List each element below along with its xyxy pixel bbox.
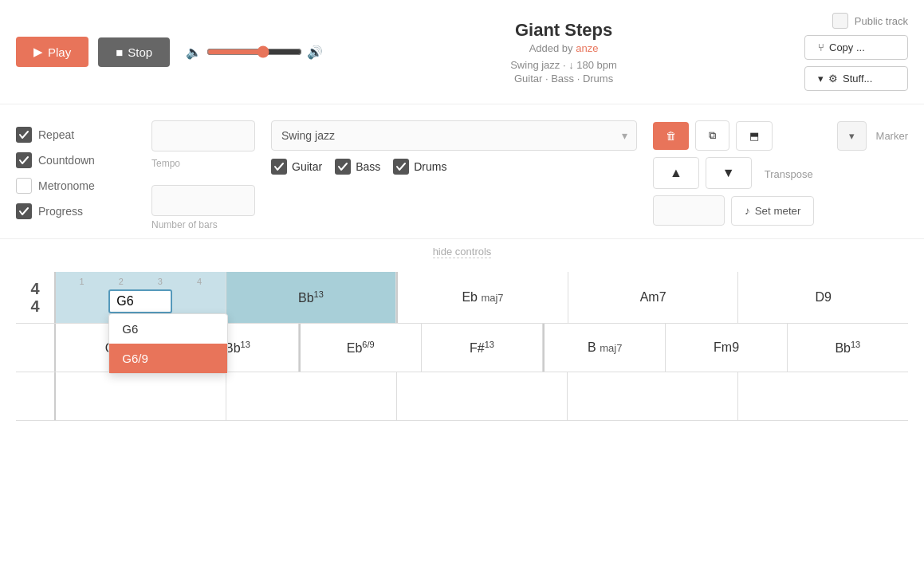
measure-5[interactable]: D9: [738, 272, 908, 323]
measure-empty-3[interactable]: [397, 372, 568, 420]
measure-fs13[interactable]: F#13: [422, 324, 543, 372]
left-checks: Repeat Countdown Metronome Progress: [16, 120, 136, 219]
added-by: Added by anze: [332, 42, 795, 54]
action-buttons-row: 🗑 ⧉ ⬒ ▾ Marker: [653, 120, 908, 151]
countdown-checkbox[interactable]: [16, 152, 32, 168]
delete-button[interactable]: 🗑: [653, 122, 689, 150]
controls-panel: Repeat Countdown Metronome Progress 180 …: [0, 104, 924, 239]
transpose-label: Transpose: [765, 168, 813, 180]
play-label: Play: [48, 45, 71, 59]
drums-label: Drums: [414, 160, 446, 173]
sheet-area: 4 4 1 2 3 4 G6 G6/9 Bb13: [0, 272, 924, 421]
measure-empty-4[interactable]: [568, 372, 738, 420]
volume-slider[interactable]: [206, 45, 302, 58]
hide-controls[interactable]: hide controls: [0, 239, 924, 264]
chord-bb13: Bb13: [298, 289, 324, 305]
guitar-checkbox[interactable]: [271, 159, 287, 175]
right-actions: 🗑 ⧉ ⬒ ▾ Marker ▲ ▼ Transpose 4/4 ♪ Set m…: [653, 120, 908, 226]
copy-button[interactable]: ⑂ Copy ...: [804, 35, 908, 60]
measure-bmaj7[interactable]: B maj7: [543, 324, 666, 372]
copy-chord-icon: ⧉: [709, 129, 716, 141]
time-signature: 4 4: [16, 272, 56, 323]
stop-label: Stop: [128, 45, 152, 59]
bass-label: Bass: [356, 160, 380, 173]
stop-button[interactable]: ■ Stop: [98, 37, 170, 67]
bass-checkbox[interactable]: [335, 159, 351, 175]
track-title: Giant Steps: [332, 20, 795, 41]
chord-option-g69[interactable]: G6/9: [109, 344, 227, 373]
measure-row-3: [16, 372, 908, 421]
drums-check[interactable]: Drums: [393, 159, 446, 175]
toolbar: ▶ Play ■ Stop 🔈 🔊 Giant Steps Added by a…: [0, 0, 924, 104]
style-select-wrapper: Swing jazz Bossa nova Blues Funk Latin R…: [271, 120, 637, 151]
chord-option-g6[interactable]: G6: [109, 314, 227, 344]
volume-control: 🔈 🔊: [186, 45, 323, 60]
measure-empty-5[interactable]: [738, 372, 908, 420]
instruments: Guitar · Bass · Drums: [332, 73, 795, 85]
marker-label: Marker: [876, 130, 908, 142]
chord-am7: Am7: [640, 290, 666, 305]
measure-4[interactable]: Am7: [568, 272, 739, 323]
chord-ebmaj7: Eb maj7: [462, 290, 503, 305]
repeat-checkbox[interactable]: [16, 127, 32, 143]
transpose-down-button[interactable]: ▼: [706, 157, 752, 189]
measure-bb13-3[interactable]: Bb13: [788, 324, 908, 372]
time-sig-spacer: [16, 324, 56, 372]
progress-row[interactable]: Progress: [16, 203, 136, 219]
added-by-link[interactable]: anze: [576, 42, 598, 54]
music-note-icon: ♪: [745, 205, 750, 217]
public-track-checkbox[interactable]: [832, 13, 848, 29]
delete-icon: 🗑: [666, 130, 676, 142]
measure-eb69[interactable]: Eb6/9: [299, 324, 422, 372]
public-track-row: Public track: [832, 13, 908, 29]
chord-input[interactable]: [108, 289, 172, 313]
track-meta: Swing jazz · ↓ 180 bpm: [332, 59, 795, 71]
metronome-label: Metronome: [38, 179, 95, 192]
chord-fm9: Fm9: [714, 340, 739, 355]
metronome-row[interactable]: Metronome: [16, 178, 136, 194]
meter-input[interactable]: 4/4: [653, 195, 725, 226]
title-area: Giant Steps Added by anze Swing jazz · ↓…: [332, 20, 795, 85]
transpose-row: ▲ ▼ Transpose: [653, 157, 908, 189]
measure-empty-2[interactable]: [226, 372, 397, 420]
drums-checkbox[interactable]: [393, 159, 409, 175]
more-dropdown-button[interactable]: ▾: [837, 121, 867, 151]
bass-check[interactable]: Bass: [335, 159, 380, 175]
measure-2[interactable]: Bb13: [226, 272, 397, 323]
measure-empty-1[interactable]: [56, 372, 226, 420]
stop-icon: ■: [116, 45, 123, 59]
volume-high-icon: 🔊: [307, 45, 323, 60]
beat-markers-1: 1 2 3 4: [56, 277, 226, 286]
copy-chord-button[interactable]: ⧉: [695, 120, 729, 151]
chord-d9: D9: [815, 290, 831, 305]
public-track-label: Public track: [855, 15, 908, 27]
chord-eb69: Eb6/9: [347, 340, 375, 356]
metronome-checkbox[interactable]: [16, 178, 32, 194]
play-button[interactable]: ▶ Play: [16, 37, 88, 67]
tempo-input[interactable]: 180: [151, 120, 255, 151]
guitar-label: Guitar: [292, 160, 322, 173]
transpose-up-button[interactable]: ▲: [653, 157, 699, 189]
repeat-row[interactable]: Repeat: [16, 127, 136, 143]
bars-field-label: Number of bars: [151, 219, 255, 230]
hide-controls-label[interactable]: hide controls: [433, 246, 492, 258]
set-meter-button[interactable]: ♪ Set meter: [731, 196, 814, 226]
gear-icon: ⚙: [828, 73, 838, 85]
measure-fm9[interactable]: Fm9: [666, 324, 787, 372]
bars-input[interactable]: 16: [151, 185, 255, 216]
paste-chord-button[interactable]: ⬒: [736, 121, 773, 151]
progress-checkbox[interactable]: [16, 203, 32, 219]
tempo-field-label: Tempo: [151, 158, 255, 169]
guitar-check[interactable]: Guitar: [271, 159, 322, 175]
style-select[interactable]: Swing jazz Bossa nova Blues Funk Latin R…: [271, 120, 637, 151]
progress-label: Progress: [38, 205, 83, 218]
measure-3[interactable]: Eb maj7: [396, 272, 568, 323]
chord-fs13: F#13: [470, 340, 494, 356]
paste-chord-icon: ⬒: [749, 130, 759, 142]
stuff-button[interactable]: ▾ ⚙ Stuff...: [804, 66, 908, 91]
measure-1[interactable]: 1 2 3 4 G6 G6/9: [56, 272, 226, 323]
time-sig-spacer-3: [16, 372, 56, 420]
chevron-down-icon: ▾: [818, 73, 824, 85]
instruments-checks: Guitar Bass Drums: [271, 159, 637, 175]
countdown-row[interactable]: Countdown: [16, 152, 136, 168]
